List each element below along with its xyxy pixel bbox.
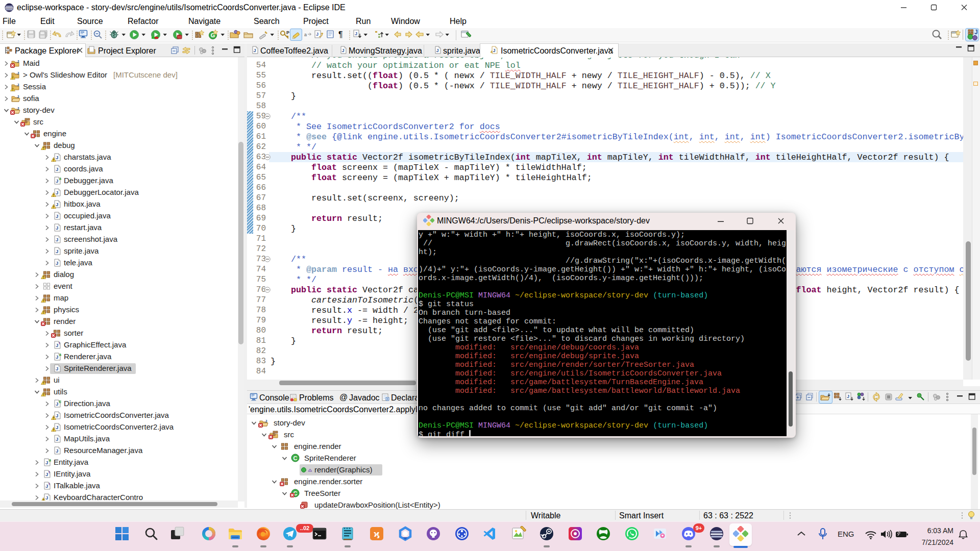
svg-text:I: I: [49, 470, 50, 474]
svg-text:J: J: [56, 213, 58, 219]
svg-text:J: J: [342, 48, 345, 53]
svg-text:J: J: [493, 48, 496, 53]
svg-text:J: J: [436, 48, 439, 53]
svg-text:E: E: [59, 399, 62, 404]
svg-text:J: J: [56, 342, 58, 348]
svg-text:J: J: [45, 471, 48, 477]
svg-text:J: J: [355, 31, 357, 36]
svg-text:J: J: [254, 48, 256, 53]
svg-text:ϗ: ϗ: [374, 530, 380, 538]
svg-text:J: J: [17, 59, 19, 64]
svg-text:J: J: [56, 248, 58, 254]
svg-text:J: J: [974, 29, 978, 36]
svg-text:J: J: [56, 448, 58, 454]
svg-text:A: A: [59, 353, 62, 357]
svg-text:J: J: [56, 225, 58, 231]
svg-text:J: J: [56, 166, 58, 172]
svg-text:J: J: [56, 401, 58, 407]
svg-text:A: A: [49, 458, 52, 463]
svg-text:P: P: [286, 30, 289, 35]
svg-text:C: C: [293, 455, 298, 461]
svg-text:J: J: [56, 260, 58, 266]
svg-text:J: J: [56, 178, 58, 184]
svg-text:J: J: [56, 354, 58, 360]
svg-text:I: I: [49, 482, 50, 486]
svg-text:I: I: [59, 341, 60, 345]
svg-text:J: J: [847, 394, 849, 399]
svg-text:J: J: [17, 106, 19, 111]
svg-text:J: J: [17, 83, 19, 87]
svg-text:J: J: [17, 94, 19, 99]
svg-text:J: J: [45, 460, 48, 465]
svg-text:A: A: [59, 177, 62, 181]
svg-text:J: J: [56, 366, 58, 371]
svg-text:J: J: [17, 71, 19, 76]
svg-text:J: J: [45, 483, 48, 489]
svg-text:J: J: [56, 237, 58, 242]
svg-text:J: J: [316, 32, 318, 37]
svg-text:J: J: [56, 436, 58, 442]
svg-text:J: J: [265, 419, 267, 423]
svg-text:a: a: [304, 32, 307, 37]
